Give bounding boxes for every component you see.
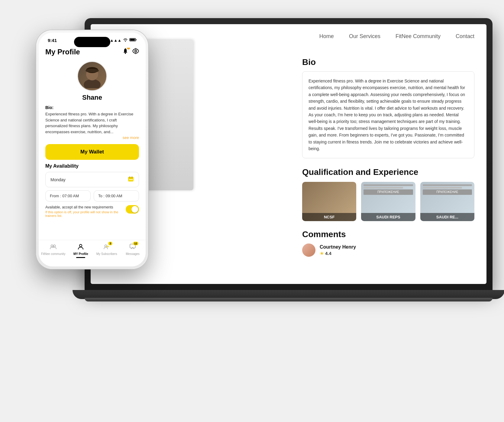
profile-header: My Profile	[45, 48, 139, 56]
nav-subscribers[interactable]: 3 My Subscribers	[96, 243, 117, 256]
messages-icon: 12	[129, 243, 136, 251]
availability-title: My Availability	[45, 163, 139, 169]
toggle-knob	[131, 206, 138, 213]
battery-icon	[129, 38, 137, 43]
svg-point-8	[86, 69, 99, 72]
bell-button[interactable]	[122, 48, 129, 56]
comment-rating: ★ 4.4	[320, 250, 356, 256]
star-icon: ★	[320, 250, 324, 256]
profile-action-icons	[122, 48, 139, 56]
wallet-button[interactable]: My Wallet	[45, 144, 139, 160]
wifi-icon	[123, 38, 128, 43]
svg-rect-2	[130, 39, 135, 41]
nav-messages-label: Messages	[126, 252, 140, 256]
qual-card-saudi-reps[interactable]: ПРИЛОЖЕНИЕ SAUDI REPS	[361, 182, 415, 221]
availability-notice: Available, accept all the new requiremen…	[45, 205, 126, 209]
phone: 9:41 ▲▲▲	[36, 30, 148, 269]
dynamic-island	[74, 37, 110, 47]
qual-card-saudi-reps-label: SAUDI REPS	[361, 213, 415, 221]
nav-community[interactable]: FitNee Community	[396, 33, 441, 40]
phone-content: My Profile	[39, 48, 146, 242]
svg-point-17	[53, 245, 56, 247]
comment-avatar	[302, 243, 315, 257]
svg-point-5	[84, 79, 101, 88]
svg-point-19	[105, 245, 107, 247]
svg-rect-14	[131, 179, 131, 180]
bio-box: Experienced fitness pro. With a degree i…	[302, 71, 474, 158]
gear-button[interactable]	[132, 48, 139, 56]
qual-heading: Qualification and Experience	[302, 167, 474, 177]
svg-rect-10	[128, 177, 133, 179]
availability-section: My Availability Monday	[45, 163, 139, 220]
status-icons: ▲▲▲	[110, 38, 137, 43]
bell-badge	[127, 48, 130, 50]
user-name: Shane	[45, 94, 139, 101]
nav-subscribers-label: My Subscribers	[96, 252, 117, 256]
status-time: 9:41	[48, 38, 57, 43]
svg-rect-1	[136, 39, 137, 40]
svg-rect-13	[129, 179, 130, 180]
avatar-section	[45, 61, 139, 91]
day-text: Monday	[50, 177, 66, 182]
phone-inner: 9:41 ▲▲▲	[39, 33, 146, 266]
nav-active-indicator	[76, 257, 85, 258]
qual-card-ncsf[interactable]: NCSF	[302, 182, 356, 221]
svg-point-3	[125, 53, 126, 54]
svg-point-4	[135, 50, 137, 52]
day-selector[interactable]: Monday	[45, 172, 139, 187]
nav-our-services[interactable]: Our Services	[349, 33, 380, 40]
bottom-nav: FitNee community MY Profile	[39, 240, 146, 266]
bio-section: Bio Experienced fitness pro. With a degr…	[302, 57, 474, 158]
laptop-nav: Home Our Services FitNee Community Conta…	[275, 24, 486, 48]
svg-point-18	[79, 244, 82, 247]
from-time-box[interactable]: From : 07:00 AM	[45, 190, 91, 201]
signal-icon: ▲▲▲	[110, 38, 121, 43]
availability-warning: If this option is off, your profile will…	[45, 210, 126, 217]
to-time-box[interactable]: To : 09:00 AM	[94, 190, 139, 201]
nav-messages[interactable]: 12 Messages	[122, 243, 143, 256]
svg-point-16	[51, 245, 53, 247]
nav-fitnee-community[interactable]: FitNee community	[41, 243, 66, 256]
subscribers-icon: 3	[103, 243, 110, 251]
qualification-section: Qualification and Experience NCSF ПРИЛОЖ…	[302, 167, 474, 221]
laptop-foot	[85, 298, 493, 301]
messages-badge: 12	[133, 242, 138, 245]
availability-toggle[interactable]	[126, 205, 139, 214]
comments-heading: Comments	[302, 230, 474, 239]
calendar-icon	[128, 176, 134, 183]
nav-my-profile[interactable]: MY Profile	[70, 243, 91, 258]
subscribers-badge: 3	[108, 242, 112, 245]
avatar	[77, 61, 107, 91]
bio-text: Experienced fitness pro. With a degree i…	[309, 78, 468, 152]
bio-text-phone: Experienced fitness pro. With a degree i…	[45, 111, 139, 135]
qual-cards: NCSF ПРИЛОЖЕНИЕ SAUDI REPS	[302, 182, 474, 221]
comment-name: Courtney Henry	[320, 244, 356, 250]
qual-card-saudi-re[interactable]: ПРИЛОЖЕНИЕ SAUDI RE...	[420, 182, 474, 221]
bio-heading: Bio	[302, 57, 474, 67]
comment-meta: Courtney Henry ★ 4.4	[320, 244, 356, 256]
nav-profile-label: MY Profile	[73, 252, 88, 256]
svg-rect-15	[132, 179, 133, 180]
bio-label: Bio:	[45, 105, 139, 110]
qual-card-ncsf-label: NCSF	[302, 213, 356, 221]
see-more-link[interactable]: see more	[45, 135, 139, 140]
nav-community-label: FitNee community	[41, 252, 66, 256]
bio-area: Bio: Experienced fitness pro. With a deg…	[45, 105, 139, 140]
nav-contact[interactable]: Contact	[456, 33, 474, 40]
phone-outer: 9:41 ▲▲▲	[36, 30, 148, 269]
qual-card-saudi-re-label: SAUDI RE...	[420, 213, 474, 221]
comment-item: Courtney Henry ★ 4.4	[302, 243, 474, 257]
comments-section: Comments Courtney Henry ★ 4.4	[302, 230, 474, 257]
profile-title: My Profile	[45, 48, 80, 56]
time-row: From : 07:00 AM To : 09:00 AM	[45, 190, 139, 201]
gear-icon	[132, 48, 139, 56]
laptop-main-content: Bio Experienced fitness pro. With a degr…	[290, 48, 486, 284]
profile-nav-icon	[77, 243, 84, 251]
community-icon	[50, 243, 57, 251]
rating-value: 4.4	[325, 251, 331, 256]
nav-home[interactable]: Home	[319, 33, 334, 40]
